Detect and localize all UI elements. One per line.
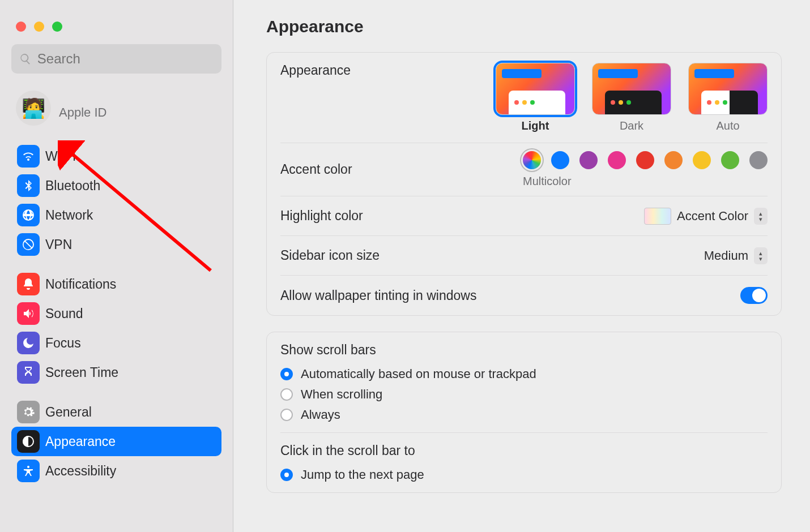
scrollclick-option-next-page[interactable]: Jump to the next page — [280, 467, 768, 482]
accent-pink[interactable] — [608, 151, 626, 169]
page-title: Appearance — [266, 17, 782, 36]
sidebar-item-accessibility[interactable]: Accessibility — [11, 456, 221, 486]
accent-red[interactable] — [636, 151, 654, 169]
appearance-option-light[interactable]: Light — [496, 63, 575, 132]
sidebar-item-label: Network — [45, 208, 93, 223]
sidebar-item-vpn[interactable]: VPN — [11, 230, 221, 259]
sidebar-group-system: General Appearance Accessibility — [0, 397, 233, 486]
appearance-option-label: Dark — [620, 119, 643, 132]
apple-id-row[interactable]: 🧑‍💻 Apple ID — [0, 88, 233, 141]
accent-blue[interactable] — [551, 151, 569, 169]
radio-label: Automatically based on mouse or trackpad — [301, 367, 536, 381]
radio-icon — [280, 469, 293, 481]
sidebar-item-label: Wi-Fi — [45, 149, 76, 164]
sidebar-item-label: Notifications — [45, 277, 116, 292]
scrollclick-group: Click in the scroll bar to Jump to the n… — [280, 433, 768, 492]
radio-icon — [280, 368, 293, 380]
sidebar-item-label: Screen Time — [45, 365, 118, 380]
accent-multicolor[interactable] — [523, 151, 541, 169]
svg-point-1 — [27, 466, 29, 468]
sidebar-item-screen-time[interactable]: Screen Time — [11, 358, 221, 387]
minimize-icon[interactable] — [34, 22, 44, 32]
sidebar-item-general[interactable]: General — [11, 397, 221, 427]
appearance-options: Light Dark Auto — [496, 63, 768, 132]
sidebar-item-sound[interactable]: Sound — [11, 299, 221, 328]
accent-color-options — [523, 151, 768, 169]
appearance-thumb-dark — [592, 63, 671, 115]
speaker-icon — [17, 302, 40, 325]
sidebar-icon-size-label: Sidebar icon size — [280, 248, 380, 263]
sidebar-item-bluetooth[interactable]: Bluetooth — [11, 171, 221, 200]
wallpaper-tinting-toggle[interactable] — [740, 287, 768, 304]
radio-label: Jump to the next page — [301, 467, 424, 482]
sidebar-item-label: Sound — [45, 306, 83, 321]
highlight-color-label: Highlight color — [280, 208, 363, 224]
wallpaper-tinting-label: Allow wallpaper tinting in windows — [280, 288, 476, 303]
highlight-color-row: Highlight color Accent Color ▴▾ — [280, 196, 768, 236]
search-icon — [19, 52, 32, 66]
accent-graphite[interactable] — [749, 151, 768, 169]
bell-icon — [17, 273, 40, 295]
sidebar-item-label: Focus — [45, 336, 81, 351]
globe-icon — [17, 204, 40, 226]
sidebar-icon-size-value: Medium — [704, 248, 748, 263]
scrollbars-option-always[interactable]: Always — [280, 407, 768, 422]
radio-icon — [280, 388, 293, 401]
sidebar-group-alerts: Notifications Sound Focus Screen Time — [0, 269, 233, 387]
sidebar-item-network[interactable]: Network — [11, 200, 221, 230]
appearance-label: Appearance — [280, 63, 351, 78]
sidebar-icon-size-stepper[interactable]: ▴▾ — [754, 247, 768, 264]
appearance-row: Appearance Light Dark — [280, 53, 768, 143]
wifi-icon — [17, 145, 40, 168]
appearance-option-auto[interactable]: Auto — [688, 63, 768, 132]
radio-label: When scrolling — [301, 387, 382, 402]
scrollbars-option-auto[interactable]: Automatically based on mouse or trackpad — [280, 367, 768, 381]
sidebar-group-network: Wi-Fi Bluetooth Network VPN — [0, 141, 233, 259]
sidebar-item-label: Accessibility — [45, 464, 116, 479]
window-controls — [0, 10, 233, 44]
bluetooth-icon — [17, 174, 40, 197]
close-icon[interactable] — [16, 22, 26, 32]
scrollbars-option-when-scrolling[interactable]: When scrolling — [280, 387, 768, 402]
search-field[interactable] — [11, 44, 221, 74]
appearance-icon — [17, 430, 40, 453]
appearance-option-label: Auto — [716, 119, 739, 132]
radio-icon — [280, 409, 293, 421]
scroll-panel: Show scroll bars Automatically based on … — [266, 332, 782, 493]
sidebar-item-label: VPN — [45, 237, 72, 252]
highlight-color-value: Accent Color — [677, 209, 748, 224]
appearance-option-label: Light — [522, 119, 549, 132]
appearance-thumb-auto — [688, 63, 768, 115]
sidebar-item-appearance[interactable]: Appearance — [11, 427, 221, 456]
wallpaper-tinting-row: Allow wallpaper tinting in windows — [280, 276, 768, 315]
sidebar-item-focus[interactable]: Focus — [11, 328, 221, 358]
zoom-icon[interactable] — [52, 22, 62, 32]
highlight-color-stepper[interactable]: ▴▾ — [754, 208, 768, 225]
sidebar-item-wifi[interactable]: Wi-Fi — [11, 141, 221, 171]
accent-yellow[interactable] — [693, 151, 711, 169]
accent-color-label: Accent color — [280, 162, 352, 177]
appearance-thumb-light — [496, 63, 575, 115]
sidebar-item-label: Bluetooth — [45, 178, 100, 194]
sidebar-item-label: General — [45, 405, 92, 420]
radio-label: Always — [301, 407, 340, 422]
main-content: Appearance Appearance Light Dark — [233, 0, 810, 532]
accessibility-icon — [17, 460, 40, 482]
accent-purple[interactable] — [579, 151, 598, 169]
sidebar: 🧑‍💻 Apple ID Wi-Fi Bluetooth Network VPN… — [0, 0, 233, 532]
appearance-panel: Appearance Light Dark — [266, 52, 782, 316]
accent-orange[interactable] — [664, 151, 683, 169]
hourglass-icon — [17, 361, 40, 384]
vpn-icon — [17, 233, 40, 256]
accent-green[interactable] — [721, 151, 739, 169]
search-input[interactable] — [37, 51, 214, 67]
accent-selected-label: Multicolor — [523, 175, 572, 188]
sidebar-item-notifications[interactable]: Notifications — [11, 269, 221, 299]
appearance-option-dark[interactable]: Dark — [592, 63, 671, 132]
moon-icon — [17, 332, 40, 354]
scrollbars-group: Show scroll bars Automatically based on … — [280, 332, 768, 433]
sidebar-item-label: Appearance — [45, 434, 116, 449]
accent-color-row: Accent color Multicolor — [280, 143, 768, 196]
gear-icon — [17, 401, 40, 423]
sidebar-icon-size-row: Sidebar icon size Medium ▴▾ — [280, 236, 768, 276]
